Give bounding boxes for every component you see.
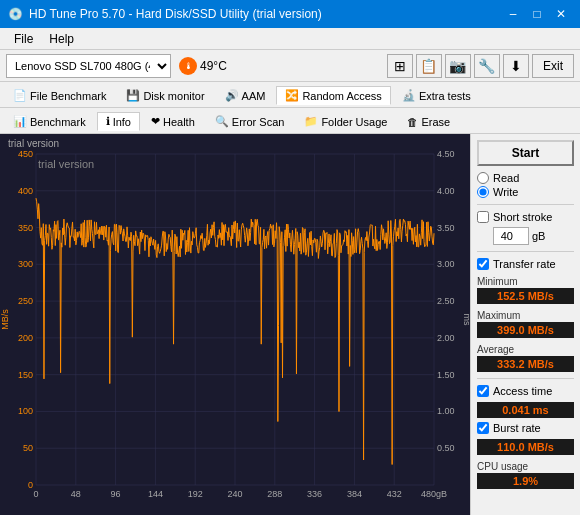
burst-rate-value: 110.0 MB/s xyxy=(477,439,574,455)
temperature-display: 🌡 49°C xyxy=(179,57,227,75)
disk-monitor-icon: 💾 xyxy=(126,89,140,102)
file-benchmark-icon: 📄 xyxy=(13,89,27,102)
burst-rate-label[interactable]: Burst rate xyxy=(477,422,574,434)
file-benchmark-label: File Benchmark xyxy=(30,90,106,102)
info-icon: ℹ xyxy=(106,115,110,128)
minimize-button[interactable]: – xyxy=(502,4,524,24)
nav-tabs: 📄 File Benchmark 💾 Disk monitor 🔊 AAM 🔀 … xyxy=(0,82,580,108)
right-panel: Start Read Write Short stroke gB Transfe… xyxy=(470,134,580,515)
health-icon: ❤ xyxy=(151,115,160,128)
maximum-label: Maximum xyxy=(477,310,574,321)
maximum-value: 399.0 MB/s xyxy=(477,322,574,338)
cpu-usage-value: 1.9% xyxy=(477,473,574,489)
toolbar-top: Lenovo SSD SL700 480G (480 gB) 🌡 49°C ⊞ … xyxy=(0,50,580,82)
aam-icon: 🔊 xyxy=(225,89,239,102)
error-scan-icon: 🔍 xyxy=(215,115,229,128)
chart-area: trial version xyxy=(0,134,470,515)
minimum-value: 152.5 MB/s xyxy=(477,288,574,304)
drive-select[interactable]: Lenovo SSD SL700 480G (480 gB) xyxy=(6,54,171,78)
short-stroke-checkbox[interactable] xyxy=(477,211,489,223)
subtab-health[interactable]: ❤ Health xyxy=(142,112,204,131)
read-label: Read xyxy=(493,172,519,184)
random-access-icon: 🔀 xyxy=(285,89,299,102)
app-icon: 💿 xyxy=(8,7,23,21)
icon-btn-3[interactable]: 📷 xyxy=(445,54,471,78)
erase-label: Erase xyxy=(421,116,450,128)
tab-disk-monitor[interactable]: 💾 Disk monitor xyxy=(117,86,213,105)
cpu-usage-section: CPU usage 1.9% xyxy=(477,459,574,489)
tab-aam[interactable]: 🔊 AAM xyxy=(216,86,275,105)
start-button[interactable]: Start xyxy=(477,140,574,166)
write-radio-label[interactable]: Write xyxy=(477,186,574,198)
sub-tabs: 📊 Benchmark ℹ Info ❤ Health 🔍 Error Scan… xyxy=(0,108,580,134)
transfer-rate-text: Transfer rate xyxy=(493,258,556,270)
stroke-input[interactable] xyxy=(493,227,529,245)
random-access-label: Random Access xyxy=(302,90,381,102)
icon-btn-5[interactable]: ⬇ xyxy=(503,54,529,78)
divider-3 xyxy=(477,378,574,379)
menu-bar: File Help xyxy=(0,28,580,50)
erase-icon: 🗑 xyxy=(407,116,418,128)
cpu-usage-label: CPU usage xyxy=(477,461,574,472)
benchmark-chart xyxy=(0,134,470,515)
minimum-label: Minimum xyxy=(477,276,574,287)
info-label: Info xyxy=(113,116,131,128)
burst-rate-text: Burst rate xyxy=(493,422,541,434)
health-label: Health xyxy=(163,116,195,128)
exit-button[interactable]: Exit xyxy=(532,54,574,78)
transfer-rate-label[interactable]: Transfer rate xyxy=(477,258,574,270)
icon-btn-4[interactable]: 🔧 xyxy=(474,54,500,78)
stroke-input-row: gB xyxy=(493,227,574,245)
minimum-section: Minimum 152.5 MB/s xyxy=(477,274,574,304)
burst-rate-checkbox[interactable] xyxy=(477,422,489,434)
average-label: Average xyxy=(477,344,574,355)
subtab-error-scan[interactable]: 🔍 Error Scan xyxy=(206,112,294,131)
access-time-checkbox[interactable] xyxy=(477,385,489,397)
stroke-unit: gB xyxy=(532,230,545,242)
temperature-value: 49°C xyxy=(200,59,227,73)
main-area: trial version Start Read Write Short str… xyxy=(0,134,580,515)
subtab-folder-usage[interactable]: 📁 Folder Usage xyxy=(295,112,396,131)
menu-help[interactable]: Help xyxy=(41,30,82,48)
tab-random-access[interactable]: 🔀 Random Access xyxy=(276,86,390,105)
short-stroke-label[interactable]: Short stroke xyxy=(477,211,574,223)
maximum-section: Maximum 399.0 MB/s xyxy=(477,308,574,338)
maximize-button[interactable]: □ xyxy=(526,4,548,24)
extra-tests-icon: 🔬 xyxy=(402,89,416,102)
write-label: Write xyxy=(493,186,518,198)
benchmark-label: Benchmark xyxy=(30,116,86,128)
title-bar-controls: – □ ✕ xyxy=(502,4,572,24)
icon-btn-1[interactable]: ⊞ xyxy=(387,54,413,78)
tab-file-benchmark[interactable]: 📄 File Benchmark xyxy=(4,86,115,105)
average-section: Average 333.2 MB/s xyxy=(477,342,574,372)
subtab-info[interactable]: ℹ Info xyxy=(97,112,140,131)
short-stroke-text: Short stroke xyxy=(493,211,552,223)
divider-1 xyxy=(477,204,574,205)
benchmark-icon: 📊 xyxy=(13,115,27,128)
menu-file[interactable]: File xyxy=(6,30,41,48)
title-bar-left: 💿 HD Tune Pro 5.70 - Hard Disk/SSD Utili… xyxy=(8,7,322,21)
folder-usage-icon: 📁 xyxy=(304,115,318,128)
extra-tests-label: Extra tests xyxy=(419,90,471,102)
disk-monitor-label: Disk monitor xyxy=(143,90,204,102)
read-radio-label[interactable]: Read xyxy=(477,172,574,184)
folder-usage-label: Folder Usage xyxy=(321,116,387,128)
access-time-text: Access time xyxy=(493,385,552,397)
window-title: HD Tune Pro 5.70 - Hard Disk/SSD Utility… xyxy=(29,7,322,21)
icon-btn-2[interactable]: 📋 xyxy=(416,54,442,78)
read-radio[interactable] xyxy=(477,172,489,184)
write-radio[interactable] xyxy=(477,186,489,198)
error-scan-label: Error Scan xyxy=(232,116,285,128)
close-button[interactable]: ✕ xyxy=(550,4,572,24)
chart-watermark: trial version xyxy=(8,138,59,149)
subtab-erase[interactable]: 🗑 Erase xyxy=(398,113,459,131)
subtab-benchmark[interactable]: 📊 Benchmark xyxy=(4,112,95,131)
title-bar: 💿 HD Tune Pro 5.70 - Hard Disk/SSD Utili… xyxy=(0,0,580,28)
toolbar-icons: ⊞ 📋 📷 🔧 ⬇ Exit xyxy=(387,54,574,78)
tab-extra-tests[interactable]: 🔬 Extra tests xyxy=(393,86,480,105)
divider-2 xyxy=(477,251,574,252)
access-time-value: 0.041 ms xyxy=(477,402,574,418)
access-time-label[interactable]: Access time xyxy=(477,385,574,397)
read-write-group: Read Write xyxy=(477,172,574,198)
transfer-rate-checkbox[interactable] xyxy=(477,258,489,270)
